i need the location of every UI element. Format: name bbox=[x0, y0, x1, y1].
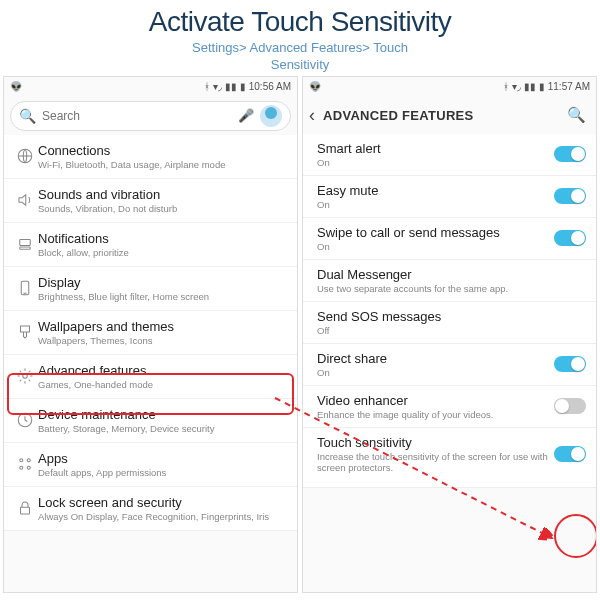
features-list: Smart alertOn Easy muteOn Swipe to call … bbox=[303, 134, 596, 592]
row-swipe-call[interactable]: Swipe to call or send messagesOn bbox=[303, 218, 596, 260]
lock-icon bbox=[12, 499, 38, 517]
row-dual-messenger[interactable]: Dual MessengerUse two separate accounts … bbox=[303, 260, 596, 302]
mic-icon[interactable]: 🎤 bbox=[238, 108, 254, 123]
screen-header: ‹ ADVANCED FEATURES 🔍 bbox=[303, 97, 596, 134]
reddit-icon: 👽 bbox=[10, 81, 22, 92]
search-icon: 🔍 bbox=[19, 108, 36, 124]
search-icon[interactable]: 🔍 bbox=[567, 106, 586, 124]
svg-point-9 bbox=[27, 459, 30, 462]
svg-rect-3 bbox=[20, 247, 31, 249]
brush-icon bbox=[12, 323, 38, 341]
search-input[interactable] bbox=[42, 109, 238, 123]
battery-icon: ▮ bbox=[539, 81, 545, 92]
back-icon[interactable]: ‹ bbox=[309, 105, 315, 126]
clock: 11:57 AM bbox=[548, 81, 590, 92]
toggle-video-enhancer[interactable] bbox=[554, 398, 586, 414]
page-title: Activate Touch Sensitivity bbox=[0, 6, 600, 38]
svg-point-8 bbox=[20, 459, 23, 462]
svg-rect-2 bbox=[20, 240, 31, 246]
toggle-touch-sensitivity[interactable] bbox=[554, 446, 586, 462]
speaker-icon bbox=[12, 191, 38, 209]
toggle-easy-mute[interactable] bbox=[554, 188, 586, 204]
row-device-maintenance[interactable]: Device maintenanceBattery, Storage, Memo… bbox=[4, 399, 297, 443]
notifications-icon bbox=[12, 235, 38, 253]
display-icon bbox=[12, 279, 38, 297]
row-direct-share[interactable]: Direct shareOn bbox=[303, 344, 596, 386]
bluetooth-icon: ᚼ bbox=[204, 81, 210, 92]
wifi-icon: ▾◞ bbox=[213, 81, 222, 92]
settings-list: ConnectionsWi-Fi, Bluetooth, Data usage,… bbox=[4, 135, 297, 592]
row-touch-sensitivity[interactable]: Touch sensitivityIncrease the touch sens… bbox=[303, 428, 596, 488]
tutorial-header: Activate Touch Sensitivity Settings> Adv… bbox=[0, 0, 600, 76]
row-smart-alert[interactable]: Smart alertOn bbox=[303, 134, 596, 176]
bluetooth-icon: ᚼ bbox=[503, 81, 509, 92]
row-sos[interactable]: Send SOS messagesOff bbox=[303, 302, 596, 344]
row-display[interactable]: DisplayBrightness, Blue light filter, Ho… bbox=[4, 267, 297, 311]
svg-rect-12 bbox=[21, 508, 30, 515]
row-lockscreen[interactable]: Lock screen and securityAlways On Displa… bbox=[4, 487, 297, 531]
svg-point-6 bbox=[23, 374, 28, 379]
row-wallpapers[interactable]: Wallpapers and themesWallpapers, Themes,… bbox=[4, 311, 297, 355]
screenshot-settings: 👽 ᚼ ▾◞ ▮▮ ▮ 10:56 AM 🔍 🎤 ConnectionsWi-F… bbox=[3, 76, 298, 593]
row-sub: Wi-Fi, Bluetooth, Data usage, Airplane m… bbox=[38, 159, 291, 170]
row-connections[interactable]: ConnectionsWi-Fi, Bluetooth, Data usage,… bbox=[4, 135, 297, 179]
avatar[interactable] bbox=[260, 105, 282, 127]
toggle-swipe-call[interactable] bbox=[554, 230, 586, 246]
row-easy-mute[interactable]: Easy muteOn bbox=[303, 176, 596, 218]
wifi-icon: ▾◞ bbox=[512, 81, 521, 92]
status-bar: 👽 ᚼ ▾◞ ▮▮ ▮ 10:56 AM bbox=[4, 77, 297, 97]
row-notifications[interactable]: NotificationsBlock, allow, prioritize bbox=[4, 223, 297, 267]
screenshot-advanced-features: 👽 ᚼ ▾◞ ▮▮ ▮ 11:57 AM ‹ ADVANCED FEATURES… bbox=[302, 76, 597, 593]
screen-title: ADVANCED FEATURES bbox=[323, 108, 474, 123]
apps-icon bbox=[12, 455, 38, 473]
row-sounds[interactable]: Sounds and vibrationSounds, Vibration, D… bbox=[4, 179, 297, 223]
maintenance-icon bbox=[12, 411, 38, 429]
svg-point-11 bbox=[27, 467, 30, 470]
gear-icon bbox=[12, 367, 38, 385]
svg-point-10 bbox=[20, 467, 23, 470]
status-bar: 👽 ᚼ ▾◞ ▮▮ ▮ 11:57 AM bbox=[303, 77, 596, 97]
signal-icon: ▮▮ bbox=[225, 81, 237, 92]
breadcrumb: Settings> Advanced Features> Touch Sensi… bbox=[0, 40, 600, 74]
signal-icon: ▮▮ bbox=[524, 81, 536, 92]
row-title: Connections bbox=[38, 143, 291, 158]
row-apps[interactable]: AppsDefault apps, App permissions bbox=[4, 443, 297, 487]
search-bar[interactable]: 🔍 🎤 bbox=[10, 101, 291, 131]
clock: 10:56 AM bbox=[249, 81, 291, 92]
row-advanced-features[interactable]: Advanced featuresGames, One-handed mode bbox=[4, 355, 297, 399]
toggle-smart-alert[interactable] bbox=[554, 146, 586, 162]
reddit-icon: 👽 bbox=[309, 81, 321, 92]
connections-icon bbox=[12, 147, 38, 165]
battery-icon: ▮ bbox=[240, 81, 246, 92]
row-video-enhancer[interactable]: Video enhancerEnhance the image quality … bbox=[303, 386, 596, 428]
toggle-direct-share[interactable] bbox=[554, 356, 586, 372]
